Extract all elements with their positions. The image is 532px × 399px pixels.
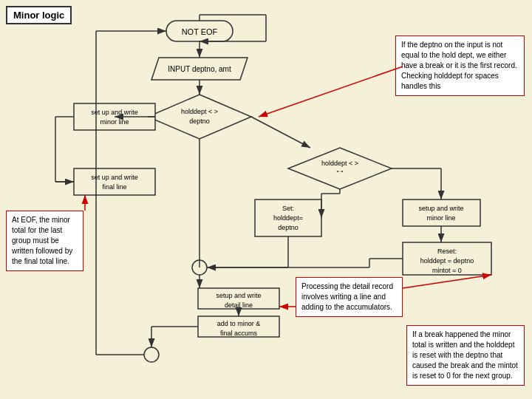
- minor-line-top-label2: minor line: [100, 118, 129, 126]
- input-label: INPUT deptno, amt: [168, 65, 231, 73]
- set-holddept-label2: holddept=: [273, 214, 303, 222]
- reset-label1: Reset:: [437, 248, 457, 255]
- diamond1-label1: holddept < >: [181, 108, 218, 115]
- diamond2-label2: " ": [337, 169, 344, 177]
- set-holddept-label1: Set:: [282, 205, 294, 212]
- svg-marker-8: [288, 148, 392, 189]
- svg-marker-6: [148, 95, 251, 139]
- set-holddept-label3: deptno: [278, 224, 299, 231]
- diamond2-label1: holddept < >: [321, 160, 358, 167]
- flowchart-svg: NOT EOF INPUT deptno, amt holddept < > d…: [0, 0, 532, 399]
- detail-line-label2: detail line: [225, 301, 253, 309]
- diamond1-label2: deptno: [189, 117, 210, 125]
- reset-label2: holddept = deptno: [420, 257, 474, 265]
- add-accums-label1: add to minor &: [217, 320, 261, 327]
- svg-line-43: [259, 66, 403, 117]
- svg-rect-12: [74, 168, 155, 195]
- detail-line-label1: setup and write: [216, 292, 261, 299]
- final-line-label1: set up and write: [91, 174, 138, 181]
- svg-rect-17: [403, 200, 480, 226]
- not-eof-label: NOT EOF: [182, 27, 218, 36]
- minor-line-right-label2: minor line: [426, 214, 455, 222]
- svg-line-44: [403, 275, 491, 288]
- minor-line-top-label1: set up and write: [91, 109, 138, 116]
- final-line-label2: final line: [102, 183, 126, 191]
- minor-line-right-label1: setup and write: [418, 205, 463, 212]
- add-accums-label2: final accums: [220, 330, 258, 337]
- reset-label3: mintot = 0: [432, 267, 462, 274]
- svg-line-7: [251, 117, 310, 148]
- svg-point-23: [144, 347, 159, 362]
